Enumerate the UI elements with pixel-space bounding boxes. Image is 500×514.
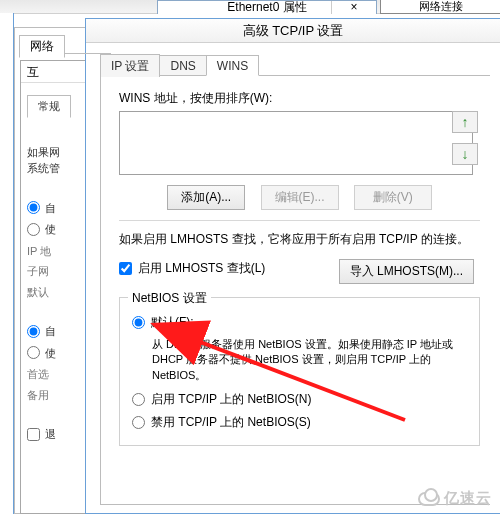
import-lmhosts-button[interactable]: 导入 LMHOSTS(M)... — [339, 259, 474, 284]
advanced-tabs: IP 设置DNSWINS — [100, 53, 490, 75]
tab-dns[interactable]: DNS — [159, 55, 206, 75]
netbios-default-label: 默认(F): — [151, 314, 194, 331]
tab-network[interactable]: 网络 — [19, 35, 65, 58]
radio-use-ip[interactable] — [27, 223, 40, 236]
close-icon[interactable]: × — [331, 1, 376, 14]
radio-use-ip-label: 使 — [45, 221, 56, 238]
radio-use-dns[interactable] — [27, 346, 40, 359]
exit-validate-label: 退 — [45, 426, 56, 443]
netbios-enable-label: 启用 TCP/IP 上的 NetBIOS(N) — [151, 391, 311, 408]
advanced-tcpip-title: 高级 TCP/IP 设置 — [86, 19, 500, 43]
netbios-group-title: NetBIOS 设置 — [128, 290, 211, 307]
cloud-icon — [418, 492, 440, 506]
tab-general[interactable]: 常规 — [27, 95, 71, 118]
netbios-disable-label: 禁用 TCP/IP 上的 NetBIOS(S) — [151, 414, 311, 431]
lmhosts-checkbox-label: 启用 LMHOSTS 查找(L) — [138, 260, 265, 277]
netbios-default-desc: 从 DHCP 服务器使用 NetBIOS 设置。如果使用静态 IP 地址或 DH… — [152, 337, 467, 383]
move-down-button[interactable]: ↓ — [452, 143, 478, 165]
radio-auto-dns-label: 自 — [45, 323, 56, 340]
netbios-disable-radio[interactable] — [132, 416, 145, 429]
netbios-default-radio[interactable] — [132, 316, 145, 329]
move-up-button[interactable]: ↑ — [452, 111, 478, 133]
ethernet-properties-title: Ethernet0 属性 × — [157, 0, 377, 14]
exit-validate-checkbox[interactable] — [27, 428, 40, 441]
watermark: 亿速云 — [418, 489, 492, 508]
remove-button: 删除(V) — [354, 185, 432, 210]
advanced-tcpip-window: 高级 TCP/IP 设置 IP 设置DNSWINS WINS 地址，按使用排序(… — [85, 18, 500, 514]
radio-auto-dns[interactable] — [27, 325, 40, 338]
radio-auto-ip[interactable] — [27, 201, 40, 214]
wins-address-label: WINS 地址，按使用排序(W): — [119, 90, 480, 107]
tab-wins[interactable]: WINS — [206, 55, 259, 76]
wins-address-list[interactable] — [119, 111, 473, 175]
add-button[interactable]: 添加(A)... — [167, 185, 245, 210]
radio-auto-ip-label: 自 — [45, 200, 56, 217]
radio-use-dns-label: 使 — [45, 345, 56, 362]
netbios-enable-radio[interactable] — [132, 393, 145, 406]
edit-button: 编辑(E)... — [261, 185, 339, 210]
network-connections-title: 网络连接 — [380, 0, 500, 14]
lmhosts-checkbox[interactable] — [119, 262, 132, 275]
netbios-group: NetBIOS 设置 默认(F): 从 DHCP 服务器使用 NetBIOS 设… — [119, 297, 480, 446]
lmhosts-note: 如果启用 LMHOSTS 查找，它将应用于所有启用 TCP/IP 的连接。 — [119, 231, 480, 248]
